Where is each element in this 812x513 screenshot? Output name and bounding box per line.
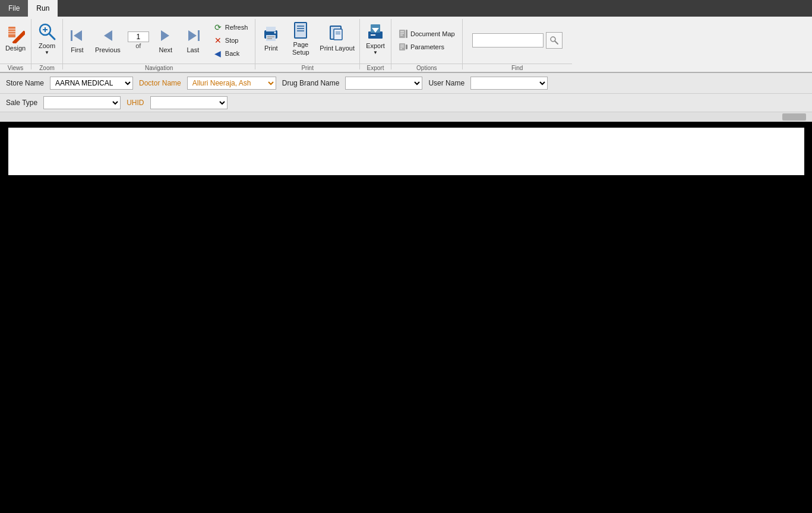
last-button[interactable]: Last [180, 20, 206, 61]
store-name-label: Store Name [6, 79, 44, 87]
ribbon: Design Views Zoom ▼ Zoom [0, 17, 812, 73]
parameters-label: Parameters [410, 43, 444, 50]
refresh-label: Refresh [225, 24, 248, 31]
last-icon [184, 26, 203, 45]
stop-icon: ✕ [213, 36, 223, 45]
svg-line-44 [555, 41, 558, 44]
svg-rect-16 [266, 27, 276, 31]
store-name-select[interactable]: AARNA MEDICAL [50, 77, 133, 90]
document-map-button[interactable]: Document Map [395, 28, 459, 40]
export-label: Export [366, 42, 385, 50]
parameters-icon [399, 42, 408, 52]
page-input-group: of [125, 20, 151, 61]
zoom-section-label: Zoom [31, 64, 62, 72]
page-setup-button[interactable]: PageSetup [286, 18, 315, 59]
print-label: Print [264, 45, 278, 52]
svg-line-6 [49, 34, 55, 39]
ribbon-section-zoom: Zoom ▼ Zoom [31, 17, 62, 72]
print-layout-icon [328, 24, 347, 43]
first-button[interactable]: First [64, 20, 90, 61]
svg-point-20 [274, 32, 276, 34]
drug-brand-select[interactable] [345, 77, 422, 90]
svg-rect-9 [71, 30, 72, 41]
previous-icon [98, 26, 117, 45]
refresh-icon: ⟳ [213, 23, 223, 32]
svg-marker-10 [74, 30, 82, 41]
sale-type-label: Sale Type [6, 99, 37, 107]
svg-rect-26 [334, 29, 342, 40]
menu-bar: File Run [0, 0, 812, 17]
ribbon-section-views: Design Views [0, 17, 31, 72]
navigation-section-label: Navigation [63, 64, 255, 72]
ribbon-section-find: Find [463, 17, 572, 72]
design-button[interactable]: Design [1, 18, 30, 59]
page-number-input[interactable] [128, 31, 149, 42]
svg-rect-1 [8, 27, 15, 37]
sale-type-select[interactable] [43, 96, 121, 109]
svg-marker-11 [104, 30, 112, 41]
first-label: First [71, 46, 83, 54]
ribbon-section-print: Print PageSetup [255, 17, 359, 72]
background-area [0, 181, 812, 300]
doctor-name-select[interactable]: Alluri Neeraja, Ash [187, 77, 276, 90]
next-icon [156, 26, 175, 45]
svg-rect-33 [399, 30, 405, 38]
svg-rect-18 [267, 36, 274, 37]
parameters-button[interactable]: Parameters [395, 41, 459, 53]
svg-rect-21 [295, 23, 307, 38]
svg-marker-12 [161, 30, 169, 41]
print-button[interactable]: Print [257, 18, 285, 59]
stop-button[interactable]: ✕ Stop [210, 34, 252, 46]
svg-marker-13 [188, 30, 197, 41]
svg-rect-39 [406, 45, 407, 49]
back-icon: ◀ [213, 49, 223, 58]
page-of-label: of [135, 42, 141, 49]
export-section-label: Export [360, 64, 391, 72]
refresh-button[interactable]: ⟳ Refresh [210, 21, 252, 33]
scroll-indicator [782, 113, 806, 121]
document-map-icon [399, 29, 408, 39]
find-section-label: Find [463, 64, 572, 72]
svg-rect-14 [198, 30, 200, 41]
find-input[interactable] [472, 33, 544, 48]
export-arrow: ▼ [373, 50, 378, 55]
options-items: Document Map Parameters [393, 18, 461, 62]
print-icon [261, 24, 280, 43]
print-layout-button[interactable]: Print Layout [316, 18, 358, 59]
doctor-name-label: Doctor Name [139, 79, 181, 87]
design-label: Design [5, 45, 26, 52]
user-name-label: User Name [428, 79, 465, 87]
user-name-select[interactable] [470, 77, 548, 90]
page-setup-label: PageSetup [292, 41, 309, 56]
first-icon [68, 26, 87, 45]
menu-file[interactable]: File [0, 0, 28, 17]
refresh-stop-back-group: ⟳ Refresh ✕ Stop ◀ Back [207, 20, 254, 61]
menu-run[interactable]: Run [28, 0, 58, 17]
next-label: Next [159, 46, 172, 54]
uhid-label: UHID [127, 99, 144, 107]
next-button[interactable]: Next [153, 20, 179, 61]
export-button[interactable]: Export ▼ [361, 18, 390, 59]
ribbon-section-options: Document Map Parameters [391, 17, 462, 72]
svg-rect-19 [267, 38, 272, 39]
zoom-button[interactable]: Zoom ▼ [33, 18, 61, 59]
previous-button[interactable]: Previous [91, 20, 124, 61]
ribbon-section-export: Export ▼ Export [360, 17, 391, 72]
page-setup-icon [291, 21, 310, 40]
views-section-label: Views [0, 64, 31, 72]
uhid-select[interactable] [150, 96, 228, 109]
design-icon [6, 24, 25, 43]
zoom-label: Zoom [39, 42, 55, 50]
zoom-icon [37, 22, 56, 41]
find-group [467, 30, 567, 51]
document-map-label: Document Map [410, 30, 455, 37]
params-bar: Store Name AARNA MEDICAL Doctor Name All… [0, 73, 812, 94]
svg-rect-34 [406, 30, 407, 38]
options-section-label: Options [391, 64, 462, 72]
back-label: Back [225, 50, 239, 57]
find-button[interactable] [546, 32, 563, 49]
ribbon-section-navigation: First Previous of [63, 17, 255, 72]
print-section-label: Print [255, 64, 359, 72]
export-icon [366, 22, 385, 41]
back-button[interactable]: ◀ Back [210, 48, 252, 59]
